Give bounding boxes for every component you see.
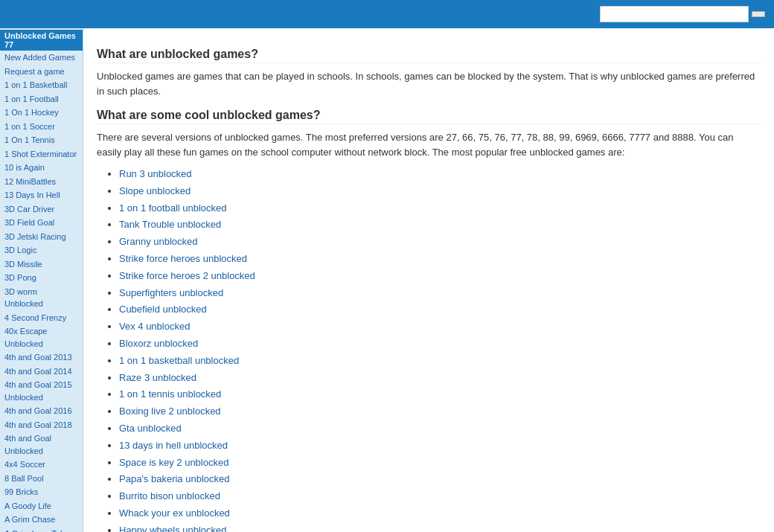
section-paragraph: Unblocked games are games that can be pl…	[97, 69, 761, 98]
game-link[interactable]: Papa's bakeria unblocked	[119, 473, 229, 484]
list-item: Slope unblocked	[119, 184, 761, 199]
sidebar-link[interactable]: Request a game	[0, 65, 83, 79]
game-link[interactable]: Slope unblocked	[119, 185, 191, 196]
sidebar-link[interactable]: 4th and Goal 2015 Unblocked	[0, 378, 83, 404]
list-item: Papa's bakeria unblocked	[119, 472, 761, 487]
game-link[interactable]: Tank Trouble unblocked	[119, 219, 221, 230]
game-link[interactable]: Run 3 unblocked	[119, 168, 192, 179]
sidebar-link[interactable]: 1 On 1 Hockey	[0, 106, 83, 120]
sidebar-link[interactable]: 4th and Goal Unblocked	[0, 432, 83, 458]
game-link[interactable]: Boxing live 2 unblocked	[119, 406, 221, 417]
list-item: Space is key 2 unblocked	[119, 455, 761, 471]
list-item: Strike force heroes 2 unblocked	[119, 269, 761, 284]
sidebar-link[interactable]: 8 Ball Pool	[0, 472, 83, 486]
sidebar-link[interactable]: 4th and Goal 2013	[0, 350, 83, 365]
search-input[interactable]	[600, 6, 749, 22]
sidebar-link[interactable]: 3D Jetski Racing	[0, 230, 83, 244]
game-link[interactable]: Cubefield unblocked	[119, 304, 207, 315]
sidebar: Unblocked Games 77New Added GamesRequest…	[0, 28, 83, 532]
list-item: Tank Trouble unblocked	[119, 217, 761, 233]
list-item: Burrito bison unblocked	[119, 489, 761, 504]
sidebar-link[interactable]: 3D Pong	[0, 271, 83, 285]
sidebar-link[interactable]: 4 Second Frenzy	[0, 311, 83, 325]
sidebar-link[interactable]: 1 Shot Exterminator	[0, 147, 83, 161]
sidebar-link[interactable]: 1 on 1 Football	[0, 92, 83, 106]
game-link[interactable]: Granny unblocked	[119, 236, 198, 247]
list-item: 1 on 1 tennis unblocked	[119, 387, 761, 403]
sidebar-link[interactable]: 3D worm Unblocked	[0, 285, 83, 311]
sidebar-link[interactable]: 1 on 1 Basketball	[0, 78, 83, 92]
list-item: Boxing live 2 unblocked	[119, 404, 761, 420]
section-heading: What are some cool unblocked games?	[97, 109, 761, 124]
game-link[interactable]: Space is key 2 unblocked	[119, 457, 228, 468]
section-heading: What are unblocked games?	[97, 48, 761, 63]
game-link[interactable]: 1 on 1 basketball unblocked	[119, 355, 239, 366]
sidebar-link[interactable]: A Goody Life	[0, 499, 83, 513]
sidebar-link[interactable]: 40x Escape Unblocked	[0, 324, 83, 350]
section-paragraph: There are several versions of unblocked …	[97, 130, 761, 159]
list-item: Bloxorz unblocked	[119, 336, 761, 352]
game-link[interactable]: Burrito bison unblocked	[119, 490, 220, 501]
list-item: Whack your ex unblocked	[119, 506, 761, 522]
sidebar-link[interactable]: 1 On 1 Tennis	[0, 133, 83, 147]
sidebar-link[interactable]: 3D Field Goal	[0, 216, 83, 230]
list-item: Strike force heroes unblocked	[119, 251, 761, 267]
sidebar-link[interactable]: 12 MiniBattles	[0, 175, 83, 189]
game-link[interactable]: 1 on 1 football unblocked	[119, 202, 227, 214]
sidebar-link[interactable]: New Added Games	[0, 51, 83, 65]
sidebar-link[interactable]: 4th and Goal 2016	[0, 404, 83, 418]
game-link[interactable]: Gta unblocked	[119, 423, 182, 434]
sidebar-link[interactable]: 4th and Goal 2014	[0, 365, 83, 379]
game-link[interactable]: Superfighters unblocked	[119, 287, 223, 298]
list-item: 1 on 1 basketball unblocked	[119, 353, 761, 369]
sidebar-link[interactable]: 13 Days In Hell	[0, 188, 83, 202]
search-button[interactable]	[752, 11, 765, 17]
list-item: Gta unblocked	[119, 421, 761, 437]
header	[0, 0, 774, 28]
list-item: Vex 4 unblocked	[119, 319, 761, 335]
game-link[interactable]: Raze 3 unblocked	[119, 372, 196, 383]
sidebar-link[interactable]: 3D Logic	[0, 243, 83, 257]
list-item: Superfighters unblocked	[119, 286, 761, 301]
sidebar-section-header: Unblocked Games 77	[0, 30, 83, 51]
search-bar	[600, 6, 765, 22]
sidebar-link[interactable]: A Grim Love Tale	[0, 527, 83, 533]
list-item: Granny unblocked	[119, 234, 761, 250]
list-item: 13 days in hell unblocked	[119, 438, 761, 454]
game-link[interactable]: Vex 4 unblocked	[119, 321, 190, 332]
sidebar-link[interactable]: A Grim Chase	[0, 513, 83, 527]
sidebar-link[interactable]: 99 Bricks	[0, 485, 83, 499]
game-link[interactable]: Happy wheels unblocked	[119, 525, 227, 532]
game-link[interactable]: Whack your ex unblocked	[119, 507, 230, 519]
layout: Unblocked Games 77New Added GamesRequest…	[0, 28, 774, 532]
game-link[interactable]: 1 on 1 tennis unblocked	[119, 388, 221, 400]
sidebar-link[interactable]: 4th and Goal 2018	[0, 418, 83, 432]
list-item: Run 3 unblocked	[119, 167, 761, 182]
game-link[interactable]: 13 days in hell unblocked	[119, 440, 228, 451]
sidebar-link[interactable]: 10 is Again	[0, 161, 83, 175]
list-item: Cubefield unblocked	[119, 302, 761, 318]
sidebar-link[interactable]: 1 on 1 Soccer	[0, 120, 83, 134]
list-item: 1 on 1 football unblocked	[119, 201, 761, 217]
game-link[interactable]: Strike force heroes unblocked	[119, 253, 247, 264]
list-item: Happy wheels unblocked	[119, 523, 761, 532]
sidebar-link[interactable]: 3D Missile	[0, 257, 83, 272]
list-item: Raze 3 unblocked	[119, 371, 761, 386]
games-list: Run 3 unblockedSlope unblocked1 on 1 foo…	[119, 167, 761, 532]
game-link[interactable]: Bloxorz unblocked	[119, 338, 198, 349]
main-content: What are unblocked games?Unblocked games…	[83, 28, 774, 532]
sidebar-link[interactable]: 3D Car Driver	[0, 202, 83, 217]
game-link[interactable]: Strike force heroes 2 unblocked	[119, 270, 255, 281]
sidebar-link[interactable]: 4x4 Soccer	[0, 458, 83, 472]
